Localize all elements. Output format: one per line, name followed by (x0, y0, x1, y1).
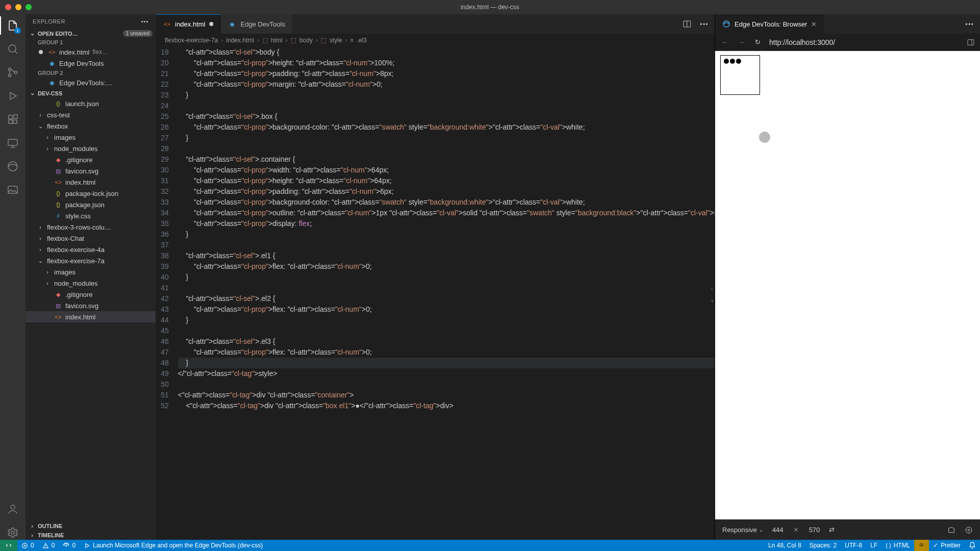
cursor-position[interactable]: Ln 48, Col 8 (764, 540, 805, 551)
activity-bar: 1 (0, 14, 26, 540)
file-tree-item[interactable]: <>index.html (26, 311, 156, 322)
svg-rect-5 (9, 120, 12, 123)
file-tree-item[interactable]: ›images (26, 132, 156, 143)
breadcrumb-item[interactable]: index.html (226, 37, 254, 44)
file-tree-item[interactable]: ›node_modules (26, 143, 156, 154)
editor-group-2: Edge DevTools: Browser ✕ ••• ← → ↻ http:… (715, 14, 980, 540)
warnings-count[interactable]: 0 (38, 540, 59, 551)
file-tree-item[interactable]: ⌄flexbox (26, 120, 156, 132)
svg-point-2 (9, 74, 11, 77)
breadcrumb-item[interactable]: html (271, 37, 283, 44)
more-actions-icon[interactable]: ••• (700, 20, 708, 28)
status-bar: 0 0 0 Launch Microsoft Edge and open the… (0, 540, 980, 551)
timeline-section[interactable]: ›TIMELINE (26, 531, 156, 540)
close-window-button[interactable] (5, 4, 11, 10)
devtools-browser-tab[interactable]: Edge DevTools: Browser ✕ (715, 14, 824, 34)
breadcrumb-item[interactable]: .el3 (357, 37, 366, 44)
back-icon[interactable]: ← (720, 38, 729, 46)
edge-tools-icon[interactable] (6, 159, 20, 173)
more-actions-icon[interactable]: ••• (959, 20, 980, 28)
file-tree-item[interactable]: {}launch.json (26, 98, 156, 109)
file-tree-item[interactable]: ⌄flexbox-exercise-7a (26, 255, 156, 266)
file-tree-item[interactable]: ▨favicon.svg (26, 165, 156, 177)
emulate-css-icon[interactable] (965, 526, 973, 534)
minimize-window-button[interactable] (15, 4, 21, 10)
editor-tab[interactable]: <>index.html (156, 14, 221, 34)
image-preview-icon[interactable] (6, 183, 20, 197)
split-editor-icon[interactable] (682, 19, 692, 29)
file-tree-item[interactable]: ›node_modules (26, 278, 156, 289)
file-tree-item[interactable]: ›images (26, 266, 156, 278)
close-dimension-icon[interactable]: ✕ (793, 526, 800, 534)
file-name: index.html (65, 179, 95, 186)
open-editor-item[interactable]: ◉Edge DevTools (26, 58, 156, 69)
viewport-height[interactable]: 570 (809, 526, 820, 534)
editor-group-1: <>index.html◉Edge DevTools ••• flexbox-e… (156, 14, 715, 540)
file-tree-item[interactable]: <>index.html (26, 177, 156, 188)
eol-setting[interactable]: LF (866, 540, 881, 551)
file-tree-item[interactable]: #style.css (26, 210, 156, 221)
forward-icon[interactable]: → (737, 38, 746, 46)
search-icon[interactable] (6, 42, 20, 56)
unsaved-badge: 1 unsaved (123, 30, 153, 37)
debug-task[interactable]: Launch Microsoft Edge and open the Edge … (80, 540, 267, 551)
file-tree-item[interactable]: ›flexbox-exercise-4a (26, 244, 156, 255)
file-tree-item[interactable]: ▨favicon.svg (26, 300, 156, 311)
browser-preview[interactable] (715, 51, 980, 519)
remote-explorer-icon[interactable] (6, 136, 20, 150)
file-tree-item[interactable]: {}package-lock.json (26, 188, 156, 199)
outline-section[interactable]: ›OUTLINE (26, 521, 156, 531)
remote-indicator[interactable] (0, 540, 17, 551)
file-tree-item[interactable]: ◆.gitignore (26, 289, 156, 300)
rotate-icon[interactable]: ⇄ (829, 526, 835, 534)
port-indicator[interactable] (914, 540, 929, 551)
edge-icon: ◉ (48, 79, 56, 87)
url-field[interactable]: http://localhost:3000/ (769, 38, 960, 46)
errors-count[interactable]: 0 (17, 540, 38, 551)
sidebar-more-icon[interactable]: ••• (141, 18, 149, 24)
close-icon[interactable]: ✕ (811, 20, 817, 28)
accounts-icon[interactable] (6, 502, 20, 516)
file-tree-item[interactable]: ›css-test (26, 109, 156, 120)
breadcrumb-item[interactable]: flexbox-exercise-7a (165, 37, 218, 44)
file-tree-item[interactable]: ◆.gitignore (26, 154, 156, 165)
file-tree-item[interactable]: {}package.json (26, 199, 156, 210)
chevron-right-icon: › (37, 224, 44, 230)
extensions-icon[interactable] (6, 112, 20, 127)
breadcrumb-item[interactable]: style (329, 37, 342, 44)
breadcrumb-item[interactable]: body (299, 37, 312, 44)
file-svg-icon: ▨ (54, 302, 62, 310)
open-editor-item[interactable]: ◉Edge DevTools:… (26, 77, 156, 88)
code-editor[interactable]: 1920212223242526272829303132333435363738… (156, 47, 715, 540)
viewport-width[interactable]: 444 (772, 526, 783, 534)
dock-icon[interactable] (967, 38, 975, 46)
screenshot-icon[interactable] (947, 526, 955, 534)
settings-gear-icon[interactable] (6, 525, 20, 540)
device-select[interactable]: Responsive⌄ (722, 526, 763, 534)
notifications-icon[interactable] (965, 540, 980, 551)
file-name: launch.json (65, 100, 99, 108)
language-mode[interactable]: { }HTML (881, 540, 914, 551)
open-editors-section[interactable]: ⌄ OPEN EDITO… 1 unsaved (26, 29, 156, 38)
project-section[interactable]: ⌄ DEV-CSS (26, 88, 156, 98)
editor-tab[interactable]: ◉Edge DevTools (221, 14, 292, 34)
run-debug-icon[interactable] (6, 89, 20, 103)
explorer-icon[interactable]: 1 (6, 18, 20, 33)
file-name: favicon.svg (65, 302, 99, 310)
ports-count[interactable]: 0 (59, 540, 80, 551)
split-indicator-icon[interactable]: ▪▾ (711, 284, 714, 306)
breadcrumbs[interactable]: flexbox-exercise-7a›index.html›⬚html›⬚bo… (156, 34, 715, 47)
encoding-setting[interactable]: UTF-8 (841, 540, 866, 551)
file-tree-item[interactable]: ›flexbox-Chat (26, 233, 156, 244)
device-toolbar: Responsive⌄ 444 ✕ 570 ⇄ (715, 519, 980, 540)
prettier-status[interactable]: ✓Prettier (929, 540, 965, 551)
svg-point-9 (8, 162, 17, 171)
svg-rect-6 (13, 120, 17, 123)
open-editor-item[interactable]: <>index.html flex… (26, 46, 156, 58)
file-name: css-test (47, 111, 70, 119)
zoom-window-button[interactable] (26, 4, 32, 10)
source-control-icon[interactable] (6, 65, 20, 80)
file-tree-item[interactable]: ›flexbox-3-rows-colu… (26, 221, 156, 233)
reload-icon[interactable]: ↻ (753, 38, 762, 46)
indent-setting[interactable]: Spaces: 2 (805, 540, 841, 551)
